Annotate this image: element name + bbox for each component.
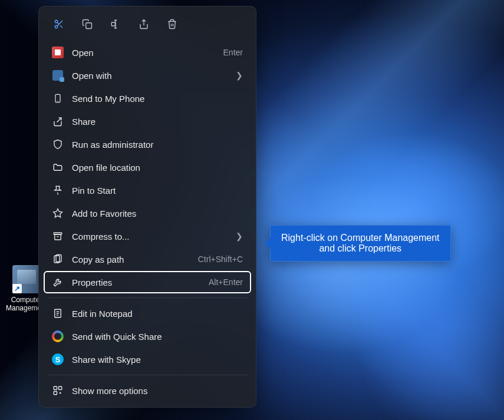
menu-more-label: Show more options [72, 386, 243, 396]
notepad-icon [52, 307, 64, 319]
folder-icon [52, 161, 64, 173]
copy-icon [82, 19, 93, 29]
shield-icon [52, 138, 64, 150]
menu-share-label: Share [72, 117, 243, 127]
share-arrow-icon [52, 115, 64, 127]
menu-properties-shortcut: Alt+Enter [209, 277, 243, 287]
svg-rect-12 [55, 234, 61, 240]
menu-open-with-label: Open with [72, 71, 231, 81]
menu-skype-label: Share with Skype [72, 355, 243, 365]
menu-open-shortcut: Enter [223, 48, 243, 57]
menu-quickshare-label: Send with Quick Share [72, 332, 243, 342]
share-icon [139, 19, 149, 29]
rename-icon [110, 19, 121, 29]
menu-copy-path-label: Copy as path [72, 254, 198, 264]
menu-open-location[interactable]: Open file location [44, 156, 251, 178]
menu-open-label: Open [72, 48, 223, 58]
copy-path-icon [52, 253, 64, 265]
menu-notepad-label: Edit in Notepad [72, 309, 243, 319]
menu-edit-notepad[interactable]: Edit in Notepad [44, 302, 251, 325]
rename-button[interactable] [105, 15, 126, 34]
menu-run-admin-label: Run as administrator [72, 140, 243, 150]
copy-button[interactable] [77, 15, 98, 34]
menu-run-admin[interactable]: Run as administrator [44, 133, 251, 156]
svg-rect-5 [86, 23, 92, 29]
menu-open-with[interactable]: Open with ❯ [44, 64, 251, 87]
svg-line-3 [60, 25, 62, 28]
menu-properties[interactable]: Properties Alt+Enter [44, 271, 251, 293]
menu-open-location-label: Open file location [72, 163, 243, 173]
menu-compress-label: Compress to... [72, 232, 231, 242]
menu-divider [47, 297, 248, 298]
svg-point-0 [55, 20, 58, 23]
shortcut-arrow-icon: ↗ [12, 284, 22, 293]
menu-send-phone-label: Send to My Phone [72, 94, 243, 104]
svg-rect-20 [54, 386, 57, 389]
quickshare-icon [52, 330, 64, 342]
chevron-right-icon: ❯ [236, 71, 243, 80]
menu-share[interactable]: Share [44, 110, 251, 133]
context-toolbar [42, 10, 252, 39]
wrench-icon [52, 276, 64, 288]
menu-properties-label: Properties [72, 277, 209, 287]
cut-button[interactable] [48, 15, 70, 34]
menu-skype[interactable]: S Share with Skype [44, 348, 251, 371]
svg-rect-6 [111, 22, 115, 26]
menu-quick-share[interactable]: Send with Quick Share [44, 325, 251, 348]
delete-button[interactable] [162, 15, 183, 34]
menu-compress[interactable]: Compress to... ❯ [44, 225, 251, 247]
menu-more-options[interactable]: Show more options [44, 379, 251, 402]
menu-pin-start-label: Pin to Start [72, 186, 243, 196]
menu-pin-start[interactable]: Pin to Start [44, 179, 251, 201]
menu-open[interactable]: Open Enter [44, 41, 251, 64]
menu-copy-path-shortcut: Ctrl+Shift+C [198, 254, 243, 264]
svg-rect-21 [59, 386, 62, 389]
svg-point-1 [55, 25, 58, 28]
star-icon [52, 207, 64, 219]
pin-icon [52, 184, 64, 196]
tooltip-line1: Right-click on Computer Management [281, 233, 440, 243]
svg-line-4 [57, 22, 59, 24]
context-menu: Open Enter Open with ❯ Send to My Phone … [38, 6, 256, 408]
share-toolbar-button[interactable] [133, 15, 154, 34]
more-icon [52, 385, 64, 396]
svg-marker-10 [54, 209, 62, 217]
svg-point-23 [60, 392, 61, 393]
open-app-icon [52, 47, 64, 58]
tooltip-line2: and click Properties [319, 243, 401, 253]
chevron-right-icon: ❯ [236, 232, 243, 241]
skype-icon: S [52, 353, 64, 365]
scissors-icon [54, 19, 64, 29]
phone-icon [52, 92, 64, 104]
menu-add-favorites[interactable]: Add to Favorites [44, 202, 251, 224]
svg-rect-22 [54, 392, 57, 395]
menu-copy-path[interactable]: Copy as path Ctrl+Shift+C [44, 248, 251, 270]
computer-management-icon: ↗ [12, 265, 41, 293]
menu-divider [47, 375, 248, 375]
open-with-icon [52, 70, 64, 81]
instruction-tooltip: Right-click on Computer Management and c… [270, 225, 451, 262]
menu-add-fav-label: Add to Favorites [72, 209, 243, 219]
archive-icon [52, 230, 64, 242]
menu-send-phone[interactable]: Send to My Phone [44, 87, 251, 110]
trash-icon [167, 19, 177, 29]
